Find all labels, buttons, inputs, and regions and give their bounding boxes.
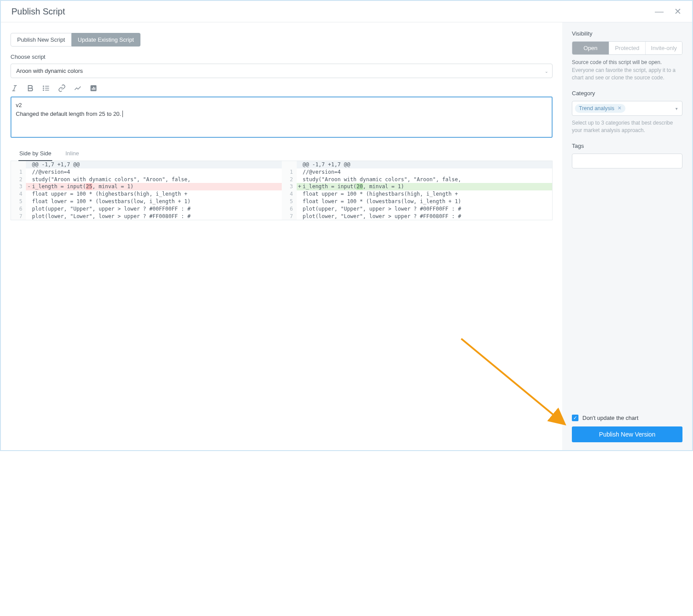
format-toolbar xyxy=(11,84,553,92)
diff-row: 1//@version=4 xyxy=(11,168,282,176)
category-chip-label: Trend analysis xyxy=(579,105,614,111)
visibility-invite-only[interactable]: Invite-only xyxy=(645,42,682,54)
modal-body: Publish New Script Update Existing Scrip… xyxy=(1,22,692,450)
choose-script-select[interactable]: Aroon with dynamic colors ⌄ xyxy=(11,64,553,78)
diff-right: @@ -1,7 +1,7 @@1//@version=42study("Aroo… xyxy=(282,161,553,220)
diff-row: 4float upper = 100 * (highestbars(high, … xyxy=(282,190,553,198)
visibility-protected[interactable]: Protected xyxy=(609,42,646,54)
modal-header: Publish Script — ✕ xyxy=(1,1,692,22)
diff-row: 6plot(upper, "Upper", upper > lower ? #0… xyxy=(282,205,553,213)
dont-update-chart-label: Don't update the chart xyxy=(582,415,639,421)
diff-view-tabs: Side by Side Inline xyxy=(11,147,553,161)
list-icon[interactable] xyxy=(42,84,50,92)
dont-update-chart-row[interactable]: ✓ Don't update the chart xyxy=(572,415,682,421)
bold-icon[interactable] xyxy=(26,84,34,92)
diff-view: @@ -1,7 +1,7 @@1//@version=42study("Aroo… xyxy=(11,161,553,220)
visibility-desc-sub: Everyone can favorite the script, apply … xyxy=(572,67,682,82)
svg-rect-10 xyxy=(92,88,93,90)
diff-row: 2study("Aroon with dynamic colors", "Aro… xyxy=(11,176,282,183)
diff-row: 6plot(upper, "Upper", upper > lower ? #0… xyxy=(11,205,282,213)
publish-mode-tabs: Publish New Script Update Existing Scrip… xyxy=(11,33,553,47)
category-chip: Trend analysis ✕ xyxy=(575,104,625,113)
svg-line-13 xyxy=(461,339,562,422)
window-controls: — ✕ xyxy=(655,6,682,17)
visibility-desc-main: Source code of this script will be open. xyxy=(572,59,682,65)
sidebar: Visibility Open Protected Invite-only So… xyxy=(562,22,692,450)
tab-side-by-side[interactable]: Side by Side xyxy=(18,147,52,161)
svg-rect-11 xyxy=(93,87,94,90)
chevron-down-icon: ▾ xyxy=(675,106,678,111)
minimize-icon[interactable]: — xyxy=(655,7,664,17)
close-icon[interactable]: ✕ xyxy=(674,6,682,17)
publish-new-version-button[interactable]: Publish New Version xyxy=(572,426,682,442)
visibility-segmented: Open Protected Invite-only xyxy=(572,41,682,55)
tab-publish-new[interactable]: Publish New Script xyxy=(11,33,72,47)
category-select[interactable]: Trend analysis ✕ ▾ xyxy=(572,101,682,116)
main-column: Publish New Script Update Existing Scrip… xyxy=(1,22,562,450)
diff-row: 5float lower = 100 * (lowestbars(low, i_… xyxy=(11,198,282,205)
category-label: Category xyxy=(572,90,682,97)
diff-row: 3+i_length = input(20, minval = 1) xyxy=(282,183,553,190)
description-line1: v2 xyxy=(16,101,547,110)
choose-script-label: Choose script xyxy=(11,54,553,60)
tags-input[interactable] xyxy=(572,154,682,168)
diff-row: 1//@version=4 xyxy=(282,168,553,176)
diff-row: 7plot(lower, "Lower", lower > upper ? #F… xyxy=(282,213,553,220)
svg-point-8 xyxy=(43,90,44,91)
chart-bar-icon[interactable] xyxy=(90,84,97,92)
svg-point-6 xyxy=(43,86,44,87)
tab-inline[interactable]: Inline xyxy=(65,147,80,161)
diff-row: 3-i_length = input(25, minval = 1) xyxy=(11,183,282,190)
publish-script-modal: Publish Script — ✕ Publish New Script Up… xyxy=(1,1,692,450)
svg-line-2 xyxy=(14,86,16,91)
diff-row: 4float upper = 100 * (highestbars(high, … xyxy=(11,190,282,198)
svg-point-7 xyxy=(43,88,44,89)
visibility-open[interactable]: Open xyxy=(572,42,609,54)
svg-rect-12 xyxy=(94,88,95,90)
checkbox-checked-icon[interactable]: ✓ xyxy=(572,415,578,421)
tab-update-existing[interactable]: Update Existing Script xyxy=(72,33,140,47)
link-icon[interactable] xyxy=(58,84,66,92)
diff-row: 5float lower = 100 * (lowestbars(low, i_… xyxy=(282,198,553,205)
description-line2: Changed the default length from 25 to 20… xyxy=(16,111,121,117)
sidebar-footer: ✓ Don't update the chart Publish New Ver… xyxy=(572,415,682,442)
diff-left: @@ -1,7 +1,7 @@1//@version=42study("Aroo… xyxy=(11,161,282,220)
italic-icon[interactable] xyxy=(11,84,18,92)
modal-title: Publish Script xyxy=(11,7,65,17)
choose-script-value: Aroon with dynamic colors xyxy=(11,64,553,78)
remove-icon[interactable]: ✕ xyxy=(618,105,621,111)
tags-label: Tags xyxy=(572,143,682,149)
annotation-arrow xyxy=(457,334,571,435)
category-helper: Select up to 3 categories that best desc… xyxy=(572,119,682,135)
visibility-label: Visibility xyxy=(572,30,682,37)
diff-row: 2study("Aroon with dynamic colors", "Aro… xyxy=(282,176,553,183)
description-editor[interactable]: v2 Changed the default length from 25 to… xyxy=(11,97,553,138)
diff-row: 7plot(lower, "Lower", lower > upper ? #F… xyxy=(11,213,282,220)
chart-line-icon[interactable] xyxy=(74,84,82,92)
